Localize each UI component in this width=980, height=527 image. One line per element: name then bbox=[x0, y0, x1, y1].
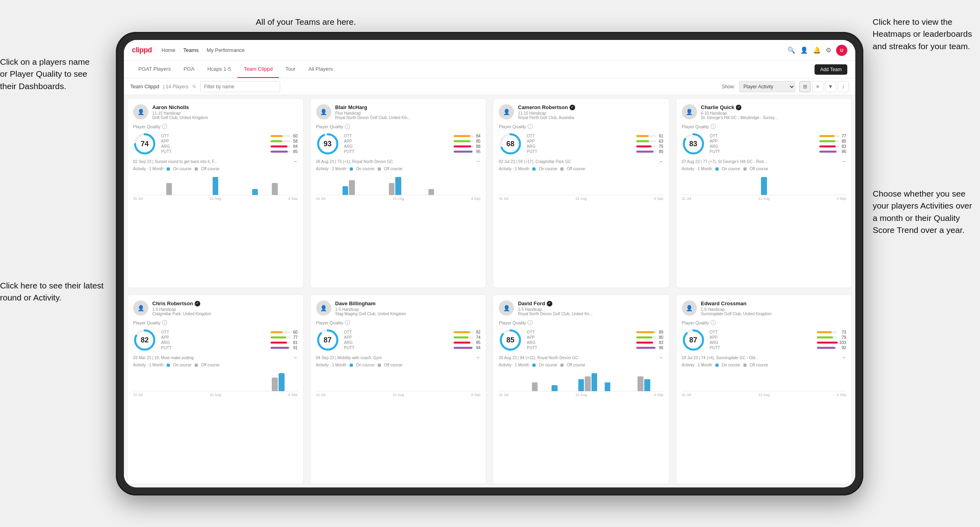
info-icon[interactable]: i bbox=[345, 124, 350, 129]
player-name[interactable]: Edward Crossman bbox=[701, 300, 847, 306]
player-card[interactable]: 👤 Aaron Nicholls 11-15 Handicap Drift Go… bbox=[127, 98, 304, 288]
player-card[interactable]: 👤 Edward Crossman 1-5 Handicap Sunningda… bbox=[676, 294, 853, 484]
player-name[interactable]: Chris Robertson ✓ bbox=[152, 300, 298, 306]
activity-period: Activity · 1 Month bbox=[682, 167, 712, 171]
tab-all-players[interactable]: All Players bbox=[302, 61, 339, 78]
player-card[interactable]: 👤 David Ford ✓ 1-5 Handicap Royal North … bbox=[493, 294, 669, 484]
player-name[interactable]: Dave Billingham bbox=[335, 300, 481, 306]
stat-value: 96 bbox=[659, 346, 663, 350]
stat-bar bbox=[636, 342, 653, 344]
add-team-button[interactable]: Add Team bbox=[815, 64, 847, 75]
player-name[interactable]: Charlie Quick ✓ bbox=[701, 104, 847, 110]
show-select[interactable]: Player Activity Quality Score Trend bbox=[739, 81, 795, 92]
info-icon[interactable]: i bbox=[162, 320, 167, 325]
recent-round-text: 02 Jul 23 | 59 (+17), Craigmillar Park G… bbox=[499, 159, 659, 164]
recent-round[interactable]: 26 Aug 23 | 73 (+1), Royal North Devon G… bbox=[316, 159, 481, 164]
on-course-label: On course bbox=[722, 363, 740, 367]
recent-round-arrow[interactable]: → bbox=[293, 355, 298, 360]
player-name[interactable]: Aaron Nicholls bbox=[152, 104, 298, 110]
quality-circle[interactable]: 68 bbox=[499, 132, 522, 155]
chart-bar bbox=[389, 390, 395, 391]
chart-dates: 31 Jul 21 Aug 4 Sep bbox=[133, 393, 298, 397]
recent-round[interactable]: 03 Mar 23 | 19, Must make putting → bbox=[133, 355, 298, 360]
filter-button[interactable]: ▼ bbox=[825, 81, 836, 92]
tab-pgat-players[interactable]: PGAT Players bbox=[132, 61, 177, 78]
recent-round[interactable]: 02 Jul 23 | 59 (+17), Craigmillar Park G… bbox=[499, 159, 663, 164]
grid-view-button[interactable]: ⊞ bbox=[799, 81, 811, 92]
recent-round-arrow[interactable]: → bbox=[476, 355, 480, 360]
list-view-button[interactable]: ≡ bbox=[812, 81, 823, 92]
tab-tour[interactable]: Tour bbox=[279, 61, 302, 78]
tab-pga[interactable]: PGA bbox=[177, 61, 201, 78]
user-avatar[interactable]: U bbox=[836, 45, 847, 56]
bell-icon[interactable]: 🔔 bbox=[813, 46, 821, 54]
player-name[interactable]: David Ford ✓ bbox=[518, 300, 663, 306]
chart-bar bbox=[657, 390, 663, 391]
chart-bar bbox=[637, 376, 643, 392]
chart-bar bbox=[252, 390, 258, 391]
tab-hcaps[interactable]: Hcaps 1-5 bbox=[201, 61, 237, 78]
stat-value: 60 bbox=[293, 134, 297, 138]
recent-round-text: 26 Aug 23 | 73 (+1), Royal North Devon G… bbox=[316, 159, 476, 164]
quality-circle[interactable]: 74 bbox=[133, 132, 156, 155]
info-icon[interactable]: i bbox=[711, 124, 716, 129]
stat-value: 81 bbox=[293, 340, 297, 345]
settings-icon[interactable]: ⚙ bbox=[826, 46, 831, 54]
recent-round[interactable]: 07 Aug 23 | 77 (+7), St George's Hill GC… bbox=[682, 159, 847, 164]
player-card[interactable]: 👤 Dave Billingham 1-5 Handicap Stag Magi… bbox=[310, 294, 487, 484]
player-club: Sunningdale Golf Club, United Kingdom bbox=[701, 312, 847, 316]
search-input[interactable] bbox=[200, 81, 280, 92]
info-icon[interactable]: i bbox=[528, 320, 533, 325]
quality-circle[interactable]: 87 bbox=[682, 328, 705, 352]
chart-bar bbox=[841, 390, 847, 391]
person-icon[interactable]: 👤 bbox=[800, 46, 808, 54]
chart-bar bbox=[748, 194, 754, 195]
quality-circle[interactable]: 87 bbox=[316, 328, 339, 352]
info-icon[interactable]: i bbox=[345, 320, 350, 325]
player-card[interactable]: 👤 Charlie Quick ✓ 6-10 Handicap St. Geor… bbox=[676, 98, 853, 288]
off-course-label: Off course bbox=[384, 363, 402, 367]
chart-bar bbox=[442, 194, 448, 195]
edit-icon[interactable]: ✎ bbox=[192, 84, 196, 89]
info-icon[interactable]: i bbox=[711, 320, 716, 325]
player-card[interactable]: 👤 Blair McHarg Plus Handicap Royal North… bbox=[310, 98, 487, 288]
stat-bar bbox=[819, 145, 836, 147]
search-icon[interactable]: 🔍 bbox=[787, 46, 795, 54]
quality-circle[interactable]: 85 bbox=[499, 328, 522, 352]
quality-circle[interactable]: 93 bbox=[316, 132, 339, 155]
nav-link-teams[interactable]: Teams bbox=[183, 46, 199, 55]
sort-button[interactable]: ↕ bbox=[838, 81, 849, 92]
recent-round-arrow[interactable]: → bbox=[841, 159, 846, 164]
nav-link-performance[interactable]: My Performance bbox=[207, 46, 245, 55]
stat-value: 85 bbox=[476, 139, 480, 143]
chart-bar bbox=[499, 194, 505, 195]
quality-row: 74 OTT 60 APP 58 ARG 84 PUTT 85 bbox=[133, 132, 298, 155]
tab-team-clippd[interactable]: Team Clippd bbox=[237, 61, 279, 78]
chart-bar bbox=[259, 390, 265, 391]
stat-bar bbox=[817, 336, 833, 338]
player-card[interactable]: 👤 Chris Robertson ✓ 1-5 Handicap Craigmi… bbox=[127, 294, 304, 484]
recent-round-arrow[interactable]: → bbox=[293, 159, 298, 164]
recent-round-arrow[interactable]: → bbox=[476, 159, 480, 164]
on-course-label: On course bbox=[539, 167, 557, 171]
stat-value: 103 bbox=[839, 340, 846, 345]
nav-link-home[interactable]: Home bbox=[161, 46, 175, 55]
recent-round[interactable]: 02 Sep 23 | Sunset round to get back int… bbox=[133, 159, 298, 164]
info-icon[interactable]: i bbox=[162, 124, 167, 129]
recent-round-arrow[interactable]: → bbox=[659, 355, 663, 360]
view-icons: ⊞ ≡ ▼ ↕ bbox=[799, 81, 849, 92]
quality-circle[interactable]: 83 bbox=[682, 132, 705, 155]
recent-round[interactable]: 26 Aug 23 | 84 (+12), Royal North Devon … bbox=[499, 355, 663, 360]
player-card[interactable]: 👤 Cameron Robertson ✓ 11-15 Handicap Roy… bbox=[493, 98, 669, 288]
stat-bar-container bbox=[454, 145, 474, 147]
info-icon[interactable]: i bbox=[528, 124, 533, 129]
recent-round-arrow[interactable]: → bbox=[841, 355, 846, 360]
player-name[interactable]: Cameron Robertson ✓ bbox=[518, 104, 663, 110]
quality-circle[interactable]: 82 bbox=[133, 328, 156, 352]
stat-value: 85 bbox=[293, 149, 297, 154]
recent-round-arrow[interactable]: → bbox=[659, 159, 663, 164]
recent-round[interactable]: 04 Sep 23 | Mobility with coach, Gym → bbox=[316, 355, 481, 360]
player-name[interactable]: Blair McHarg bbox=[335, 104, 481, 110]
chart-bar bbox=[329, 194, 335, 195]
recent-round[interactable]: 18 Jul 23 | 74 (+4), Sunningdale GC - Ol… bbox=[682, 355, 847, 360]
